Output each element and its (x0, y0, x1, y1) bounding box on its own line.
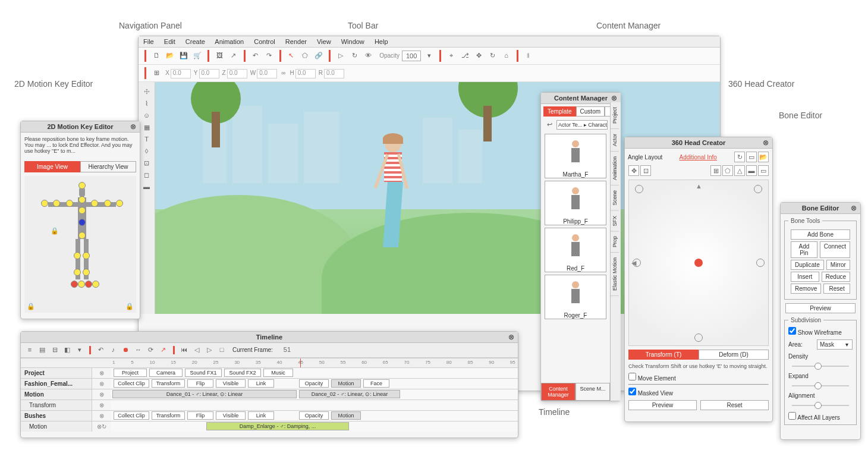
link-icon[interactable]: 🔗 (313, 51, 324, 61)
image-icon[interactable]: 🖼 (214, 51, 225, 61)
clip[interactable]: Opacity (299, 411, 329, 420)
left-arrow-icon[interactable]: ◀ (631, 259, 636, 267)
menu-animation[interactable]: Animation (215, 38, 244, 45)
menu-file[interactable]: File (143, 38, 154, 45)
clip[interactable]: Motion (331, 379, 361, 388)
side-tab-prop[interactable]: Prop (611, 231, 619, 253)
remove-button[interactable]: Remove (791, 284, 821, 294)
timeline-ruler[interactable]: 15101520253035404550556065707580859095 (21, 358, 518, 367)
tab-template[interactable]: Template (543, 106, 576, 117)
item-roger[interactable]: Roger_F (545, 275, 606, 319)
tl-icon[interactable]: ▾ (75, 345, 84, 356)
center-dot[interactable] (694, 259, 703, 267)
tab-image-view[interactable]: Image View (24, 161, 80, 172)
tool4-icon[interactable]: ▬ (141, 182, 152, 193)
home-icon[interactable]: ⌂ (501, 51, 512, 61)
tab-custom[interactable]: Custom (576, 106, 605, 117)
clip[interactable]: Collect Clip (114, 379, 149, 388)
clip[interactable]: Opacity (299, 379, 329, 388)
clip[interactable]: Link (248, 411, 274, 420)
face-icon[interactable]: ☺ (141, 111, 152, 121)
hc-icon[interactable]: ▬ (746, 165, 757, 176)
item-martha[interactable]: Martha_F (545, 134, 606, 178)
input-z[interactable]: 0.0 (227, 69, 247, 78)
wireframe-checkbox[interactable] (788, 327, 796, 335)
undo-icon[interactable]: ↶ (250, 51, 261, 61)
clip[interactable]: Flip (187, 411, 213, 420)
hc-icon[interactable]: ▭ (746, 152, 757, 162)
clip[interactable]: Link (248, 379, 274, 388)
density-slider[interactable] (792, 366, 849, 367)
insert-button[interactable]: Insert (791, 272, 819, 282)
eye-icon[interactable]: 👁 (363, 51, 373, 61)
clip[interactable]: Motion (331, 411, 361, 420)
move-element-checkbox[interactable] (628, 373, 636, 380)
menu-view[interactable]: View (317, 38, 331, 45)
hc-icon[interactable]: ↻ (734, 152, 745, 162)
mirror-button[interactable]: Mirror (826, 260, 850, 270)
add-pin-button[interactable]: Add Pin (791, 241, 817, 258)
tl-icon[interactable]: ⟳ (146, 345, 156, 356)
tl-icon[interactable]: ⊟ (50, 345, 59, 356)
select-icon[interactable]: ↖ (286, 51, 297, 61)
tl-icon[interactable]: ▤ (37, 345, 47, 356)
track-transform[interactable]: Transform (21, 400, 92, 410)
track-motion[interactable]: Motion (21, 389, 92, 399)
clip[interactable]: Sound FX1 (185, 369, 222, 377)
clip[interactable]: Visible (216, 411, 246, 420)
track-project[interactable]: Project (21, 368, 92, 378)
menu-create[interactable]: Create (185, 38, 205, 45)
export-icon[interactable]: ↗ (228, 51, 238, 61)
text-icon[interactable]: T (141, 134, 152, 145)
menu-edit[interactable]: Edit (164, 38, 175, 45)
close-icon[interactable]: ⊗ (851, 204, 857, 212)
clip[interactable]: Flip (187, 379, 213, 388)
item-red[interactable]: Red_F (545, 228, 606, 272)
hc-icon[interactable]: ⬠ (722, 165, 733, 176)
hc-icon[interactable]: ▭ (758, 165, 769, 176)
grid-icon[interactable]: ⊞ (151, 68, 162, 78)
tl-icon[interactable]: ◧ (62, 345, 72, 356)
clip[interactable]: Collect Clip (114, 411, 149, 420)
add-bone-button[interactable]: Add Bone (791, 229, 850, 240)
tl-icon[interactable]: ⏺ (121, 345, 131, 356)
tl-stop-icon[interactable]: □ (217, 345, 227, 356)
clip-damp[interactable]: Damp_Enlarge - ♂: Damping, ... (206, 422, 349, 430)
redo-icon[interactable]: ↷ (264, 51, 275, 61)
tab-transform[interactable]: Transform (T) (628, 350, 699, 360)
clip[interactable]: Transform (152, 379, 185, 388)
side-tab-actor[interactable]: Actor (611, 129, 619, 152)
hc-icon[interactable]: △ (734, 165, 745, 176)
layers-icon[interactable]: ▦ (141, 122, 152, 133)
connect-button[interactable]: Connect (820, 241, 850, 258)
opacity-value[interactable]: 100 (402, 51, 421, 61)
menu-render[interactable]: Render (285, 38, 307, 45)
pose-icon[interactable]: ☩ (141, 87, 152, 97)
duplicate-button[interactable]: Duplicate (791, 260, 824, 270)
input-r[interactable]: 0.0 (324, 69, 344, 78)
tab-deform[interactable]: Deform (D) (699, 350, 769, 360)
back-icon[interactable]: ↩ (544, 119, 555, 130)
bottom-tab-cm[interactable]: Content Manager (541, 383, 575, 401)
lock-icon[interactable]: 🔒 (27, 303, 35, 310)
breadcrumb[interactable]: Actor Te... ▸ Character ▸ _G3 360 ▸ 1_G3… (556, 120, 608, 130)
up-arrow-icon[interactable]: ▲ (696, 183, 702, 190)
track-fashion[interactable]: Fashion_Femal... (21, 379, 92, 389)
tl-icon[interactable]: ↶ (96, 345, 105, 356)
hc-icon[interactable]: ✥ (628, 165, 639, 176)
refresh-icon[interactable]: ↻ (349, 51, 360, 61)
clip[interactable]: Transform (152, 411, 185, 420)
camera-icon[interactable]: ⌖ (446, 51, 457, 61)
tl-first-icon[interactable]: ⏮ (180, 345, 189, 356)
new-icon[interactable]: 🗋 (151, 51, 162, 61)
item-philipp[interactable]: Philipp_F (545, 181, 606, 225)
tl-icon[interactable]: ↗ (159, 345, 168, 356)
track-bushes[interactable]: Bushes (21, 411, 92, 421)
tool-icon[interactable]: ◊ (141, 146, 152, 157)
menu-window[interactable]: Window (341, 38, 364, 45)
side-tab-elastic[interactable]: Elastic Motion (611, 253, 619, 296)
side-tab-scene[interactable]: Scene (611, 185, 619, 211)
input-x[interactable]: 0.0 (171, 69, 191, 78)
shape-icon[interactable]: ⬠ (300, 51, 310, 61)
tl-icon[interactable]: ≡ (25, 345, 34, 356)
